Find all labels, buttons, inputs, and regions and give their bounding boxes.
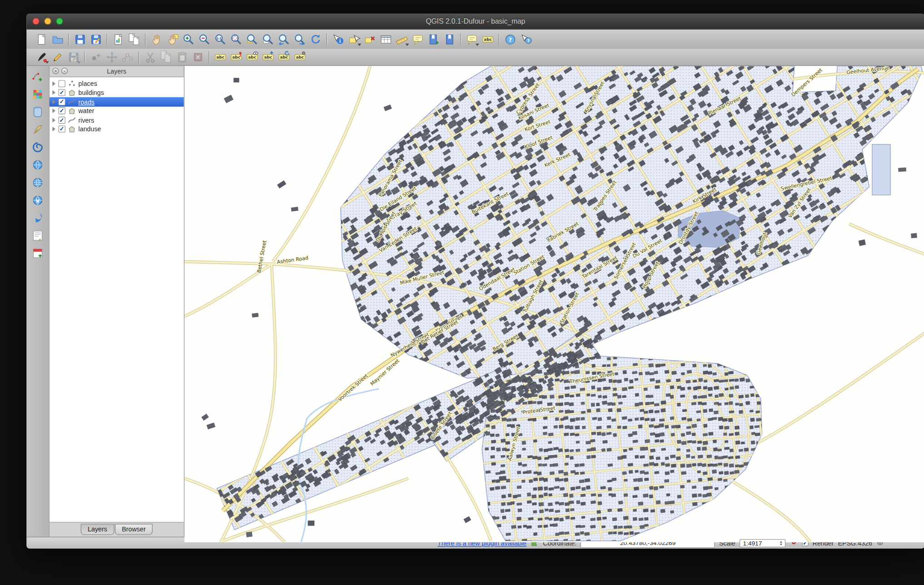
dropdown-arrow-icon[interactable] — [476, 43, 479, 45]
zoom-in-icon — [182, 33, 195, 46]
zoom-full-icon — [229, 33, 243, 46]
layer-label[interactable]: places — [79, 80, 97, 87]
manage-layers-toolbar: V, — [26, 66, 50, 536]
pan-to-selection-button[interactable] — [164, 31, 180, 47]
panel-tabs: Layers Browser — [50, 523, 184, 537]
layer-label[interactable]: water — [79, 107, 94, 114]
layer-item-places[interactable]: places — [50, 79, 184, 88]
scale-combobox[interactable]: 1:4917 ▲▼ — [740, 539, 785, 547]
label-settings-button[interactable]: abc — [212, 50, 228, 65]
layer-item-landuse[interactable]: ✓landuse — [50, 124, 184, 134]
rotate-label-button[interactable]: abc — [276, 50, 292, 65]
toggle-editing-button[interactable] — [50, 50, 65, 65]
new-shapefile-layer-button[interactable] — [30, 246, 46, 261]
layer-label[interactable]: rivers — [79, 117, 94, 124]
expand-arrow-icon[interactable] — [52, 99, 55, 104]
zoom-last-button[interactable] — [276, 31, 292, 47]
open-project-button[interactable] — [50, 31, 65, 47]
layer-item-water[interactable]: ✓water — [50, 106, 184, 115]
select-features-button[interactable] — [346, 31, 362, 47]
close-window-button[interactable] — [32, 18, 40, 25]
layer-item-roads[interactable]: ✓roads — [50, 97, 184, 106]
layer-label[interactable]: buildings — [79, 89, 104, 96]
help-button[interactable]: ? — [502, 31, 518, 47]
map-render[interactable]: Geelhout AvenueDempers StreetCypress Str… — [184, 66, 924, 542]
titlebar[interactable]: QGIS 2.0.1-Dufour - basic_map — [26, 14, 924, 30]
add-postgis-layer-button[interactable] — [30, 104, 46, 120]
minimize-window-button[interactable] — [44, 18, 51, 25]
current-edits-button[interactable] — [34, 50, 50, 65]
layer-item-buildings[interactable]: ✓buildings — [50, 88, 184, 97]
zoom-last-icon — [277, 33, 290, 46]
expand-arrow-icon[interactable] — [52, 81, 55, 86]
panel-float-icon[interactable]: ◦ — [61, 68, 68, 74]
expand-arrow-icon[interactable] — [52, 127, 55, 131]
expand-arrow-icon[interactable] — [52, 118, 55, 122]
pin-unpin-labels-button[interactable]: abc — [228, 50, 244, 65]
add-vector-layer-button[interactable] — [30, 69, 46, 84]
move-label-button[interactable]: abc — [260, 50, 276, 65]
text-annotation-button[interactable] — [464, 31, 480, 47]
dropdown-arrow-icon[interactable] — [358, 43, 361, 45]
map-canvas[interactable]: Geelhout AvenueDempers StreetCypress Str… — [184, 66, 924, 536]
window-controls — [32, 18, 63, 25]
dropdown-arrow-icon[interactable] — [405, 43, 409, 45]
abc-gear-icon: abc — [293, 51, 306, 64]
layer-item-rivers[interactable]: ✓rivers — [50, 115, 184, 124]
add-delimited-text-layer-button[interactable]: , — [30, 228, 46, 243]
pan-map-button[interactable] — [149, 31, 164, 47]
add-raster-layer-button[interactable] — [30, 87, 46, 102]
deselect-features-button[interactable] — [362, 31, 378, 47]
composer-manager-button[interactable] — [126, 31, 142, 47]
zoom-in-button[interactable] — [180, 31, 196, 47]
add-spatialite-layer-button[interactable] — [30, 122, 46, 138]
new-project-button[interactable] — [34, 31, 50, 47]
tab-browser[interactable]: Browser — [115, 524, 153, 535]
show-hide-labels-button[interactable]: abc — [244, 50, 260, 65]
zoom-next-button[interactable] — [292, 31, 308, 47]
expand-arrow-icon[interactable] — [52, 109, 55, 113]
new-print-composer-button[interactable] — [110, 31, 126, 47]
labeling-button[interactable]: abc — [480, 31, 496, 47]
toolbar-separator — [498, 33, 499, 45]
layer-label[interactable]: landuse — [79, 126, 101, 133]
add-mssql-layer-button[interactable] — [30, 139, 46, 155]
layer-visibility-checkbox[interactable] — [58, 80, 65, 87]
change-label-properties-button[interactable]: abc — [292, 50, 308, 65]
map-tips-button[interactable] — [410, 31, 426, 47]
layer-visibility-checkbox[interactable]: ✓ — [58, 98, 65, 105]
expand-arrow-icon[interactable] — [52, 90, 55, 95]
zoom-native-button[interactable]: 1:1 — [212, 31, 228, 47]
dropdown-arrow-icon[interactable] — [77, 61, 81, 64]
new-bookmark-button[interactable] — [426, 31, 442, 47]
zoom-to-layer-button[interactable] — [260, 31, 276, 47]
layer-visibility-checkbox[interactable]: ✓ — [58, 117, 65, 124]
scale-stepper-icon[interactable]: ▲▼ — [778, 540, 784, 547]
refresh-map-button[interactable] — [308, 31, 323, 47]
zoom-window-button[interactable] — [56, 18, 63, 25]
layer-visibility-checkbox[interactable]: ✓ — [58, 107, 65, 114]
identify-features-button[interactable]: i — [330, 31, 346, 47]
dropdown-arrow-icon[interactable] — [45, 61, 49, 64]
add-oracle-layer-button[interactable] — [30, 210, 46, 226]
layer-visibility-checkbox[interactable]: ✓ — [58, 126, 65, 133]
open-attribute-table-button[interactable] — [378, 31, 394, 47]
add-wfs-layer-button[interactable]: V — [30, 193, 46, 208]
whats-this-button[interactable]: ? — [518, 31, 534, 47]
vector-icon — [31, 70, 45, 83]
save-project-as-button[interactable] — [88, 31, 104, 47]
layer-label[interactable]: roads — [79, 98, 95, 105]
show-bookmarks-button[interactable] — [442, 31, 457, 47]
add-wms-layer-button[interactable] — [30, 157, 46, 173]
panel-close-icon[interactable]: × — [52, 68, 59, 74]
zoom-full-button[interactable] — [228, 31, 244, 47]
zoom-out-button[interactable] — [196, 31, 212, 47]
add-wcs-layer-button[interactable] — [30, 175, 46, 190]
measure-button[interactable] — [394, 31, 410, 47]
layer-visibility-checkbox[interactable]: ✓ — [58, 89, 65, 96]
zoom-native-icon: 1:1 — [214, 33, 227, 46]
tab-layers[interactable]: Layers — [80, 524, 114, 535]
save-project-button[interactable] — [72, 31, 88, 47]
pencil-icon — [51, 51, 64, 64]
zoom-to-selection-button[interactable] — [244, 31, 260, 47]
